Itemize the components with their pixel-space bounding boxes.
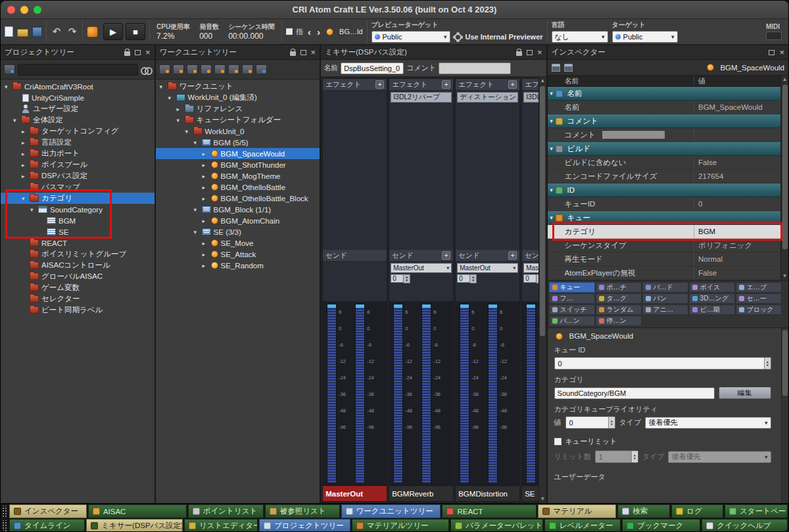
tree-item[interactable]: ▸ SE_Attack (156, 249, 320, 260)
send-level-input[interactable]: 0 (457, 274, 470, 283)
redo-icon[interactable]: ↷ (66, 26, 78, 37)
mixer-scrollbar[interactable]: ▲ ▼ (538, 77, 546, 503)
inspector-tab[interactable]: ブロック (736, 304, 782, 315)
inspector-tab[interactable]: ビ…期 (689, 304, 735, 315)
stop-button[interactable]: ■ (126, 23, 145, 40)
spinner-buttons[interactable]: ▲▼ (764, 358, 771, 369)
inspector-tab[interactable]: バ…ド (642, 282, 688, 293)
inspector-row[interactable]: ▾ ID (548, 183, 780, 197)
inspector-row[interactable]: ▾ コメント (548, 128, 780, 142)
atom-tool-icon[interactable] (87, 26, 98, 37)
inspector-row[interactable]: ▾ キューID 0 (548, 197, 780, 211)
bottom-tab[interactable]: リストエディター (184, 519, 258, 532)
inspector-row[interactable]: ▾ ビルド (548, 142, 780, 156)
send-target-dropdown[interactable]: MasterOut ▾ (457, 263, 518, 273)
bottom-tab[interactable]: ブックマーク (622, 519, 700, 532)
inspector-row[interactable]: ▾ ビルドに含めない False (548, 156, 780, 170)
tree-item[interactable]: ▾ カテゴリ (1, 193, 155, 204)
inspector-tab[interactable]: セ…ー (736, 293, 782, 304)
expand-arrow[interactable]: ▾ (168, 95, 176, 101)
dock-grip[interactable] (1, 506, 8, 517)
save-project-icon[interactable] (32, 27, 42, 37)
next-cue-button[interactable]: › (316, 26, 322, 37)
tree-item[interactable]: ▾ BGM_Block (1/1) (156, 204, 320, 215)
lock-panel-icon[interactable] (290, 51, 296, 56)
expand-arrow[interactable]: ▸ (203, 262, 210, 269)
inspector-row[interactable]: ▾ カテゴリ BGM (548, 225, 780, 239)
workunit-toolbar-icon[interactable] (242, 64, 253, 74)
expand-arrow[interactable]: ▾ (160, 84, 167, 90)
cue-panel-scrollbar[interactable] (781, 328, 788, 503)
bottom-tab[interactable]: クイックヘルプ (702, 519, 788, 532)
tree-item[interactable]: ▸ BGM_OthelloBattle (156, 181, 320, 193)
tree-item[interactable]: パスマップ (1, 181, 155, 193)
add-effect-button[interactable]: + (442, 80, 450, 89)
tree-item[interactable]: ▸ 出力ポート (1, 148, 155, 159)
expand-arrow[interactable]: ▾ (5, 84, 12, 90)
scroll-up-icon[interactable]: ▲ (540, 77, 545, 85)
float-panel-icon[interactable] (135, 50, 141, 55)
add-send-button[interactable]: + (508, 251, 517, 260)
bottom-tab[interactable]: スタートページ (725, 504, 788, 518)
bottom-tab[interactable]: マテリアルツリー (352, 519, 449, 532)
expand-arrow[interactable]: ▾ (194, 229, 201, 235)
inspector-tab[interactable]: パン (642, 293, 688, 304)
tree-item[interactable]: ▸ BGM_AtomChain (156, 215, 320, 226)
tree-item[interactable]: ▸ ボイスプール (1, 159, 155, 170)
bottom-tab[interactable]: ミキサー(DSPバス設定) (86, 519, 182, 532)
expand-arrow[interactable]: ▸ (203, 151, 210, 157)
expand-arrow[interactable]: ▾ (177, 117, 184, 124)
inspector-row[interactable]: ▾ コメント (548, 114, 780, 128)
scroll-up-icon[interactable]: ▲ (782, 76, 788, 84)
filter-bar[interactable] (18, 64, 138, 76)
tree-item[interactable]: ▾ SE (3/3) (156, 226, 320, 237)
expand-arrow[interactable]: ▾ (30, 206, 37, 213)
effect-item[interactable]: I3DL2リバーブ (523, 92, 538, 103)
workunit-toolbar-icon[interactable] (187, 64, 198, 74)
tree-item[interactable]: ゲーム変数 (1, 282, 155, 293)
inspector-row[interactable]: ▾ 名前 (548, 87, 780, 101)
inspector-row[interactable]: ▾ エンコードファイルサイズ 217654 (548, 170, 780, 183)
tree-item[interactable]: ▸ SE_Move (156, 237, 320, 249)
target-select[interactable]: Public ▾ (612, 31, 678, 43)
send-target-dropdown[interactable]: MasterOut ▾ (523, 263, 538, 273)
inspector-tab[interactable]: タ…グ (596, 293, 642, 304)
expand-arrow[interactable]: ▾ (13, 117, 20, 124)
expand-arrow[interactable]: ▾ (194, 139, 201, 146)
language-select[interactable]: なし ▾ (552, 31, 608, 43)
tree-item[interactable]: ▸ ターゲットコンフィグ (1, 126, 155, 137)
add-send-button[interactable]: + (442, 251, 450, 260)
expand-arrow[interactable]: ▸ (203, 251, 210, 258)
close-panel-icon[interactable]: × (311, 49, 316, 56)
scrollbar-thumb[interactable] (540, 86, 545, 336)
lock-panel-icon[interactable] (516, 51, 522, 56)
expand-arrow[interactable]: ▸ (203, 184, 210, 191)
link-icon[interactable] (141, 66, 151, 73)
inspector-tab[interactable]: アニ… (642, 304, 688, 315)
priority-value-input[interactable]: 0 ▲▼ (565, 416, 615, 429)
float-panel-icon[interactable] (769, 50, 775, 55)
lock-panel-icon[interactable] (124, 51, 130, 56)
add-effect-button[interactable]: + (508, 80, 517, 89)
bottom-tab[interactable]: パラメーターパレット (450, 519, 543, 532)
tree-item[interactable]: UnityCriSample (1, 92, 155, 103)
tree-item[interactable]: ▸ DSPバス設定 (1, 170, 155, 181)
tree-item[interactable]: ▸ 言語設定 (1, 137, 155, 148)
inspector-tab[interactable]: 停…ン (596, 316, 642, 326)
spinner-buttons[interactable]: ▲▼ (470, 274, 477, 283)
bottom-tab[interactable]: タイムライン (9, 519, 85, 532)
expand-arrow[interactable]: ▸ (177, 106, 184, 112)
expand-arrow[interactable]: ▸ (203, 195, 210, 202)
bottom-tab[interactable]: ログ (671, 504, 723, 518)
inspector-row[interactable]: ▾ 再生モード Normal (548, 253, 780, 266)
bus-name-label[interactable]: MasterOut (323, 485, 387, 501)
tree-item[interactable]: ▾ 全体設定 (1, 114, 155, 126)
use-internal-previewer-label[interactable]: Use Internal Previewer (466, 33, 543, 41)
expand-arrow[interactable]: ▾ (185, 128, 193, 135)
tree-item[interactable]: BGM (1, 215, 155, 226)
tree-item[interactable]: ビート同期ラベル (1, 304, 155, 316)
cue-spec-checkbox[interactable] (286, 28, 293, 35)
previous-cue-button[interactable]: ‹ (306, 26, 312, 37)
play-button[interactable]: ▶ (103, 23, 123, 40)
effect-item[interactable]: I3DL2リバーブ (391, 92, 452, 103)
